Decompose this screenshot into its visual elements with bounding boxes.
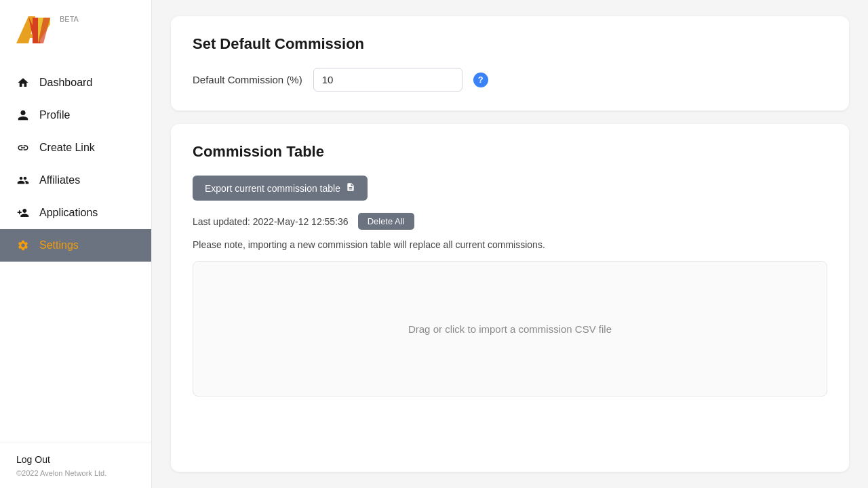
csv-drop-zone[interactable]: Drag or click to import a commission CSV…: [193, 261, 827, 396]
logo-container: BETA: [0, 0, 151, 60]
set-default-commission-card: Set Default Commission Default Commissio…: [171, 16, 849, 110]
export-commission-button[interactable]: Export current commission table: [193, 176, 368, 201]
import-note-text: Please note, importing a new commission …: [193, 239, 827, 250]
sidebar-item-create-link[interactable]: Create Link: [0, 131, 151, 164]
person-add-icon: [16, 206, 30, 220]
logout-button[interactable]: Log Out: [16, 454, 135, 465]
export-button-label: Export current commission table: [205, 183, 340, 194]
commission-form-row: Default Commission (%) ?: [193, 68, 827, 92]
link-icon: [16, 141, 30, 155]
sidebar-item-profile-label: Profile: [39, 109, 70, 121]
commission-input[interactable]: [313, 68, 462, 92]
sidebar-item-applications[interactable]: Applications: [0, 197, 151, 229]
delete-all-button[interactable]: Delete All: [358, 213, 414, 230]
sidebar-footer: Log Out ©2022 Avelon Network Ltd.: [0, 443, 151, 488]
set-default-commission-title: Set Default Commission: [193, 35, 827, 53]
copyright-text: ©2022 Avelon Network Ltd.: [16, 469, 135, 477]
sidebar-item-create-link-label: Create Link: [39, 142, 95, 154]
sidebar-item-applications-label: Applications: [39, 207, 98, 219]
logo-beta-label: BETA: [60, 15, 79, 23]
people-icon: [16, 174, 30, 187]
sidebar-item-dashboard[interactable]: Dashboard: [0, 66, 151, 99]
last-updated-text: Last updated: 2022-May-12 12:55:36: [193, 216, 349, 227]
sidebar-item-affiliates-label: Affiliates: [39, 174, 80, 186]
export-file-icon: [346, 182, 355, 194]
sidebar-item-settings[interactable]: Settings: [0, 229, 151, 262]
house-icon: [16, 76, 30, 89]
logo-icon: [14, 12, 53, 47]
person-icon: [16, 108, 30, 122]
sidebar-item-profile[interactable]: Profile: [0, 99, 151, 131]
sidebar: BETA Dashboard Profile Create Link: [0, 0, 152, 488]
main-content: Set Default Commission Default Commissio…: [152, 0, 868, 488]
sidebar-item-settings-label: Settings: [39, 239, 79, 251]
help-icon[interactable]: ?: [473, 73, 488, 87]
commission-label: Default Commission (%): [193, 74, 302, 85]
sidebar-nav: Dashboard Profile Create Link Affiliates: [0, 60, 151, 443]
sidebar-item-affiliates[interactable]: Affiliates: [0, 164, 151, 197]
last-updated-row: Last updated: 2022-May-12 12:55:36 Delet…: [193, 213, 827, 230]
commission-table-title: Commission Table: [193, 143, 827, 161]
sidebar-item-dashboard-label: Dashboard: [39, 77, 92, 89]
drop-zone-label: Drag or click to import a commission CSV…: [408, 323, 612, 335]
gear-icon: [16, 239, 30, 252]
commission-table-card: Commission Table Export current commissi…: [171, 124, 849, 472]
